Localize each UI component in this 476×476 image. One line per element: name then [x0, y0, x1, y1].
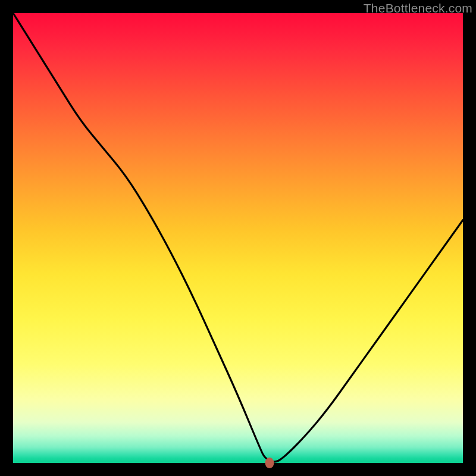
curve-svg	[13, 13, 463, 463]
optimum-marker	[265, 458, 274, 468]
plot-area	[13, 13, 463, 463]
chart-frame: TheBottleneck.com	[0, 0, 476, 476]
bottleneck-curve-path	[13, 13, 463, 462]
